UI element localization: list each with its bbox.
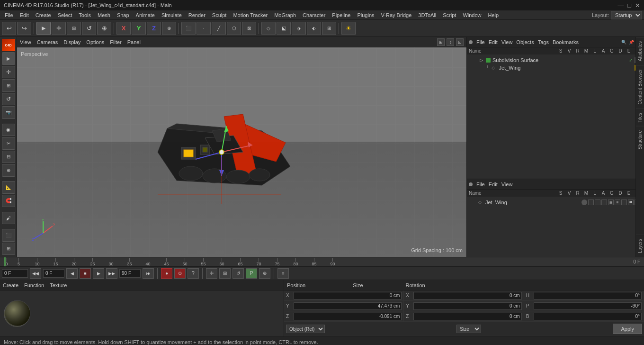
side-tab-layers[interactable]: Layers bbox=[636, 235, 644, 257]
side-tab-attributes[interactable]: Attributes bbox=[636, 37, 644, 65]
menu-motion-tracker[interactable]: Motion Tracker bbox=[230, 10, 270, 20]
menu-simulate[interactable]: Simulate bbox=[159, 10, 185, 20]
object-row-subdivision[interactable]: ▷ Subdivision Surface ✓ bbox=[469, 56, 642, 64]
knife-btn[interactable]: ✂ bbox=[2, 137, 15, 150]
menu-render[interactable]: Render bbox=[186, 10, 208, 20]
select-tool-btn[interactable]: ▶ bbox=[36, 22, 51, 35]
rot-p-input[interactable] bbox=[534, 302, 642, 310]
axis-z-btn[interactable]: Z bbox=[147, 22, 161, 35]
side-tab-structure[interactable]: Structure bbox=[636, 126, 644, 154]
vp-menu-panel[interactable]: Panel bbox=[127, 39, 141, 45]
object-row-jetwing[interactable]: └ ◇ Jet_Wing bbox=[469, 64, 642, 72]
menu-create[interactable]: Create bbox=[33, 10, 54, 20]
size-mode-select[interactable]: Size Scale bbox=[456, 325, 481, 333]
size-y-input[interactable] bbox=[413, 302, 521, 310]
anim-step-fwd-btn[interactable]: ▶▶ bbox=[106, 268, 117, 279]
panel-search-btn[interactable]: 🔍 bbox=[620, 39, 627, 45]
mat-menu-function[interactable]: Function bbox=[24, 282, 44, 288]
close-btn[interactable]: ✕ bbox=[635, 2, 640, 9]
obj-menu-view[interactable]: View bbox=[501, 39, 513, 45]
anim-stop-btn[interactable]: ■ bbox=[80, 268, 91, 279]
menu-edit[interactable]: Edit bbox=[17, 10, 32, 20]
anim-timeline-btn[interactable]: ≡ bbox=[277, 268, 289, 279]
end-frame-input[interactable] bbox=[119, 269, 141, 278]
minimize-btn[interactable]: — bbox=[617, 2, 624, 9]
panel-pin-btn[interactable]: 📌 bbox=[628, 39, 635, 45]
menu-file[interactable]: File bbox=[2, 10, 16, 20]
mat-menu-texture[interactable]: Texture bbox=[50, 282, 67, 288]
move-tool-btn[interactable]: ✛ bbox=[52, 22, 66, 35]
menu-sculpt[interactable]: Sculpt bbox=[209, 10, 230, 20]
front-btn[interactable]: ⬖ bbox=[307, 22, 321, 35]
menu-snap[interactable]: Snap bbox=[114, 10, 132, 20]
extrude-btn[interactable]: ⊕ bbox=[2, 164, 15, 177]
vp-menu-display[interactable]: Display bbox=[63, 39, 80, 45]
anim-info-btn[interactable]: ? bbox=[188, 268, 199, 279]
world-axis-btn[interactable]: ⊕ bbox=[162, 22, 176, 35]
menu-mograph[interactable]: MoGraph bbox=[271, 10, 299, 20]
vp-menu-cameras[interactable]: Cameras bbox=[37, 39, 58, 45]
anim-rotate-key-btn[interactable]: ↺ bbox=[233, 268, 244, 279]
menu-vray[interactable]: V-Ray Bridge bbox=[378, 10, 415, 20]
menu-select[interactable]: Select bbox=[55, 10, 75, 20]
top-btn[interactable]: ⬕ bbox=[277, 22, 291, 35]
rot-h-input[interactable] bbox=[534, 292, 642, 300]
attr-menu-view[interactable]: View bbox=[501, 182, 513, 187]
size-x-input[interactable] bbox=[413, 292, 521, 300]
axis-x-btn[interactable]: X bbox=[116, 22, 131, 35]
bridge-btn[interactable]: ⊟ bbox=[2, 151, 15, 163]
pt-mode-btn[interactable]: · bbox=[197, 22, 211, 35]
vp-menu-options[interactable]: Options bbox=[86, 39, 104, 45]
vp-menu-filter[interactable]: Filter bbox=[110, 39, 121, 45]
camera-btn[interactable]: 📷 bbox=[2, 106, 15, 119]
menu-script[interactable]: Script bbox=[440, 10, 459, 20]
anim-autokey-btn[interactable]: ⊙ bbox=[174, 268, 186, 279]
redo-btn[interactable]: ↪ bbox=[17, 22, 31, 35]
side-tab-content-browser[interactable]: Content Browser bbox=[636, 65, 644, 108]
menu-help[interactable]: Help bbox=[485, 10, 502, 20]
menu-animate[interactable]: Animate bbox=[133, 10, 158, 20]
floor-btn[interactable]: ⬛ bbox=[2, 229, 15, 242]
material-item-matjet[interactable]: mat_jet bbox=[4, 300, 30, 327]
move-btn[interactable]: ✛ bbox=[2, 66, 15, 79]
material-ball-matjet[interactable] bbox=[4, 300, 30, 327]
menu-mesh[interactable]: Mesh bbox=[95, 10, 113, 20]
vp-ctrl-2[interactable]: ↕ bbox=[447, 38, 454, 46]
menu-3dtoall[interactable]: 3DToAll bbox=[415, 10, 439, 20]
anim-prev-frame-btn[interactable]: ◀◀ bbox=[30, 268, 41, 279]
attr-menu-edit[interactable]: Edit bbox=[489, 182, 498, 187]
anim-goto-end-btn[interactable]: ⏭ bbox=[143, 268, 154, 279]
pos-z-input[interactable] bbox=[294, 313, 402, 320]
menu-character[interactable]: Character bbox=[300, 10, 328, 20]
free-transform-btn[interactable]: ⊕ bbox=[97, 22, 111, 35]
side-tab-tiles[interactable]: Tiles bbox=[636, 109, 644, 127]
anim-step-back-btn[interactable]: ◀ bbox=[66, 268, 78, 279]
rot-b-input[interactable] bbox=[534, 313, 642, 320]
anim-scale-key-btn[interactable]: ⊞ bbox=[219, 268, 231, 279]
menu-window[interactable]: Window bbox=[460, 10, 484, 20]
current-frame-input[interactable] bbox=[2, 269, 28, 278]
rotate-tool-btn[interactable]: ↺ bbox=[82, 22, 96, 35]
obj-menu-tags[interactable]: Tags bbox=[538, 39, 549, 45]
undo-btn[interactable]: ↩ bbox=[2, 22, 16, 35]
maximize-btn[interactable]: □ bbox=[627, 2, 631, 9]
menu-pipeline[interactable]: Pipeline bbox=[329, 10, 353, 20]
persp-btn[interactable]: ◇ bbox=[261, 22, 276, 35]
pos-y-input[interactable] bbox=[294, 302, 402, 310]
window-controls[interactable]: — □ ✕ bbox=[617, 2, 640, 9]
attr-row-jetwing[interactable]: ◇ Jet_Wing ⊞ ≡ ⇄ ⊢ bbox=[469, 199, 642, 206]
anim-play-btn[interactable]: ▶ bbox=[93, 268, 104, 279]
scale-btn[interactable]: ⊞ bbox=[2, 79, 15, 92]
obj-menu-bookmarks[interactable]: Bookmarks bbox=[553, 39, 579, 45]
obj-mode-btn[interactable]: ⬛ bbox=[181, 22, 196, 35]
scale-tool-btn[interactable]: ⊞ bbox=[67, 22, 81, 35]
obj-menu-objects[interactable]: Objects bbox=[516, 39, 534, 45]
anim-pos-key-btn[interactable]: P bbox=[246, 268, 257, 279]
viewport-canvas[interactable]: Perspective bbox=[17, 47, 466, 257]
start-frame-input[interactable] bbox=[43, 269, 64, 278]
layout-dropdown[interactable]: Startup bbox=[611, 11, 642, 19]
select-object-btn[interactable]: ▶ bbox=[2, 52, 15, 65]
magnet-btn[interactable]: 🧲 bbox=[2, 195, 15, 208]
attr-menu-file[interactable]: File bbox=[476, 182, 485, 187]
anim-move-key-btn[interactable]: ✛ bbox=[206, 268, 217, 279]
